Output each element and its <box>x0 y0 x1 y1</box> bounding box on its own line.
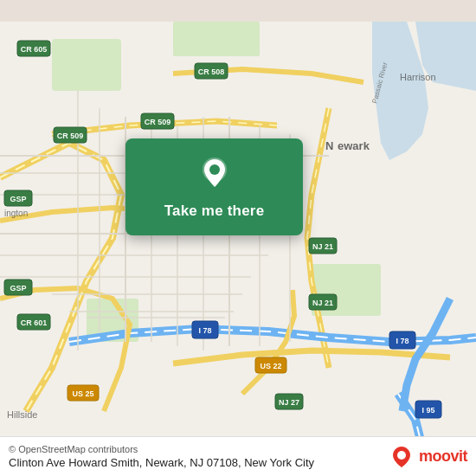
svg-text:CR 509: CR 509 <box>145 118 171 126</box>
map-background: CR 605 GSP GSP CR 509 CR 508 CR 509 NJ 2… <box>0 0 476 476</box>
location-card: Take me there <box>125 138 303 235</box>
svg-point-61 <box>397 451 406 460</box>
svg-text:CR 508: CR 508 <box>198 68 225 76</box>
svg-text:GSP: GSP <box>10 284 26 293</box>
svg-point-60 <box>209 164 220 175</box>
svg-text:US 25: US 25 <box>72 389 93 398</box>
take-me-there-button[interactable]: Take me there <box>164 201 265 222</box>
svg-text:CR 605: CR 605 <box>21 45 48 54</box>
svg-text:I 78: I 78 <box>198 326 211 335</box>
osm-credit: © OpenStreetMap contributors <box>9 444 314 454</box>
svg-text:NJ 27: NJ 27 <box>279 398 299 407</box>
svg-text:GSP: GSP <box>10 195 26 203</box>
svg-text:Harrison: Harrison <box>400 72 436 82</box>
svg-rect-2 <box>173 22 260 56</box>
svg-text:Hillside: Hillside <box>7 409 37 420</box>
bottom-left-info: © OpenStreetMap contributors Clinton Ave… <box>9 444 314 469</box>
moovit-label: moovit <box>419 447 467 466</box>
svg-text:N: N <box>325 139 333 152</box>
svg-rect-1 <box>52 39 121 91</box>
location-pin-icon <box>196 154 234 192</box>
bottom-bar: © OpenStreetMap contributors Clinton Ave… <box>0 436 476 476</box>
svg-text:US 22: US 22 <box>260 362 281 370</box>
svg-text:CR 509: CR 509 <box>57 132 84 140</box>
moovit-pin-icon <box>389 445 414 469</box>
address-text: Clinton Ave Howard Smith, Newark, NJ 071… <box>9 456 314 469</box>
map-container: CR 605 GSP GSP CR 509 CR 508 CR 509 NJ 2… <box>0 0 476 476</box>
svg-text:CR 601: CR 601 <box>21 318 48 327</box>
moovit-logo: moovit <box>389 445 467 469</box>
svg-text:ewark: ewark <box>338 139 370 152</box>
svg-text:NJ 21: NJ 21 <box>312 299 333 307</box>
svg-text:ington: ington <box>4 209 28 218</box>
svg-text:I 78: I 78 <box>396 337 408 345</box>
svg-text:I 95: I 95 <box>421 406 434 415</box>
svg-text:NJ 21: NJ 21 <box>312 242 333 251</box>
